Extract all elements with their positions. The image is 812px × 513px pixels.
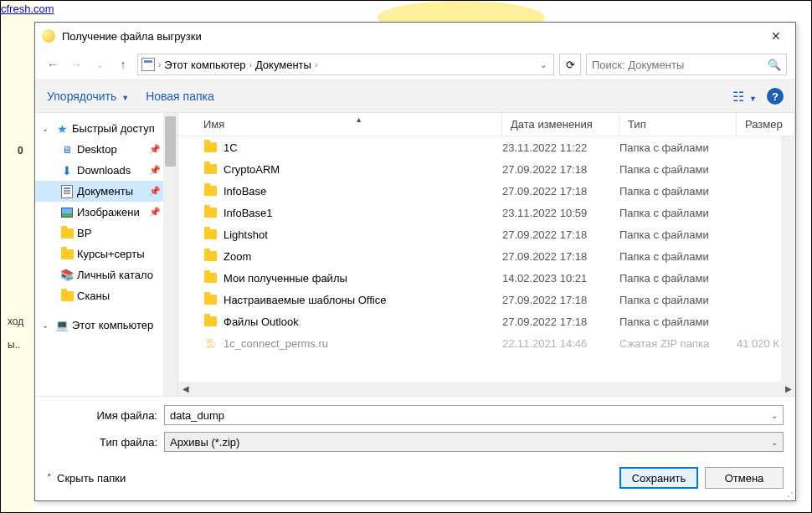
chevron-right-icon: › [315,60,317,69]
col-name[interactable]: Имя▲ [178,113,502,136]
search-placeholder: Поиск: Документы [592,59,684,71]
save-dialog: Получение файла выгрузки ✕ ← → ⌄ ↑ › Это… [34,22,796,501]
tree-this-pc[interactable]: ⌄💻Этот компьютер [35,315,177,336]
recent-dropdown[interactable]: ⌄ [90,55,109,74]
file-row[interactable]: Zoom27.09.2022 17:18Папка с файлами [178,245,795,267]
folder-icon [204,142,217,152]
col-type[interactable]: Тип [619,113,737,136]
filetype-select[interactable]: Архивы (*.zip)⌄ [164,432,784,452]
vertical-scrollbar[interactable] [781,136,795,382]
tree-catalog[interactable]: 📚Личный катало [35,264,177,285]
back-button[interactable]: ← [44,55,62,74]
pin-icon: 📌 [149,186,161,197]
organize-button[interactable]: Упорядочить ▼ [47,90,129,103]
column-headers: Имя▲ Дата изменения Тип Размер [178,113,795,136]
folder-icon [204,251,217,261]
download-icon: ⬇ [60,164,74,177]
help-button[interactable]: ? [767,88,784,105]
hide-folders-button[interactable]: ˄Скрыть папки [47,472,126,485]
catalog-icon: 📚 [60,269,74,282]
location-icon [141,58,155,71]
filename-label: Имя файла: [47,409,164,422]
file-row[interactable]: Lightshot27.09.2022 17:18Папка с файлами [178,223,795,245]
scroll-right-icon[interactable]: ▶ [781,384,795,393]
cancel-button[interactable]: Отмена [705,467,784,489]
search-input[interactable]: Поиск: Документы 🔍 [586,54,787,75]
pin-icon: 📌 [149,165,161,176]
toolbar: Упорядочить ▼ Новая папка ☷ ▼ ? [35,80,795,113]
folder-icon [204,273,217,283]
file-row[interactable]: Настраиваемые шаблоны Office27.09.2022 1… [178,289,795,310]
new-folder-button[interactable]: Новая папка [146,90,214,103]
titlebar: Получение файла выгрузки ✕ [35,23,795,49]
chevron-down-icon[interactable]: ⌄ [771,438,778,447]
scroll-left-icon[interactable]: ◀ [178,384,193,393]
folder-icon [61,228,74,239]
tree-documents[interactable]: Документы📌 [35,181,177,202]
filename-input[interactable]: data_dump⌄ [164,405,784,425]
tree-desktop[interactable]: 🖥Desktop📌 [35,139,177,160]
folder-icon [61,249,74,259]
save-button[interactable]: Сохранить [619,467,698,489]
chevron-up-icon: ˄ [47,473,52,484]
address-bar[interactable]: › Этот компьютер › Документы › ⌄ [137,54,554,75]
col-date[interactable]: Дата изменения [502,113,619,136]
close-button[interactable]: ✕ [763,29,789,43]
app-icon [42,29,55,43]
pin-icon: 📌 [149,144,161,155]
bottom-panel: Имя файла: data_dump⌄ Тип файла: Архивы … [35,396,795,500]
folder-icon [204,164,217,174]
folder-icon [61,291,74,301]
document-icon [61,185,73,198]
tree-scrollbar[interactable] [163,113,177,396]
bg-link[interactable]: cfresh.com [1,3,54,15]
folder-icon [204,295,217,305]
resize-grip[interactable]: ⋰ [784,494,794,499]
desktop-icon: 🖥 [60,143,74,156]
file-row[interactable]: InfoBase27.09.2022 17:18Папка с файлами [178,180,795,202]
window-title: Получение файла выгрузки [62,30,763,43]
folder-icon [204,229,217,239]
col-size[interactable]: Размер [737,113,795,136]
folder-icon [204,186,217,196]
star-icon: ★ [55,122,69,136]
bg-text: ход [8,315,23,327]
tree-bp[interactable]: BP [35,223,177,244]
folder-icon [204,316,217,326]
tree-downloads[interactable]: ⬇Downloads📌 [35,160,177,181]
nav-tree: ⌄★Быстрый доступ 🖥Desktop📌 ⬇Downloads📌 Д… [35,113,177,396]
filetype-label: Тип файла: [47,436,164,449]
tree-quick-access[interactable]: ⌄★Быстрый доступ [35,118,177,139]
address-dropdown[interactable]: ⌄ [537,60,550,69]
search-icon: 🔍 [768,59,781,71]
bg-text: 0 [18,145,23,156]
file-row[interactable]: InfoBase123.11.2022 10:59Папка с файлами [178,202,795,223]
chevron-down-icon: ▼ [121,94,129,102]
file-row[interactable]: Файлы Outlook27.09.2022 17:18Папка с фай… [178,310,795,332]
forward-button[interactable]: → [67,55,85,74]
breadcrumb-pc[interactable]: Этот компьютер [164,59,245,71]
file-row[interactable]: 🗜1c_connect_perms.ru22.11.2021 14:46Сжат… [178,332,795,354]
file-row[interactable]: CryptoARM27.09.2022 17:18Папка с файлами [178,158,795,180]
nav-bar: ← → ⌄ ↑ › Этот компьютер › Документы › ⌄… [35,49,795,80]
tree-courses[interactable]: Курсы+серты [35,244,177,264]
file-row[interactable]: 1C23.11.2022 11:22Папка с файлами [178,136,795,158]
image-icon [61,208,73,218]
tree-images[interactable]: Изображени📌 [35,202,177,223]
sort-asc-icon: ▲ [355,115,362,124]
chevron-right-icon: › [249,60,252,69]
refresh-button[interactable]: ⟳ [559,54,581,75]
tree-scans[interactable]: Сканы [35,285,177,306]
pin-icon: 📌 [149,207,161,218]
chevron-right-icon: › [158,60,161,69]
file-list: Имя▲ Дата изменения Тип Размер 1C23.11.2… [177,113,795,396]
breadcrumb-docs[interactable]: Документы [255,59,311,71]
horizontal-scrollbar[interactable]: ◀ ▶ [178,382,795,396]
chevron-down-icon[interactable]: ⌄ [771,411,778,420]
folder-icon [204,208,217,218]
bg-text: ы.. [8,339,20,351]
pc-icon: 💻 [55,319,69,332]
view-options-button[interactable]: ☷ ▼ [732,89,757,105]
file-row[interactable]: Мои полученные файлы14.02.2023 10:21Папк… [178,267,795,289]
up-button[interactable]: ↑ [114,55,132,74]
